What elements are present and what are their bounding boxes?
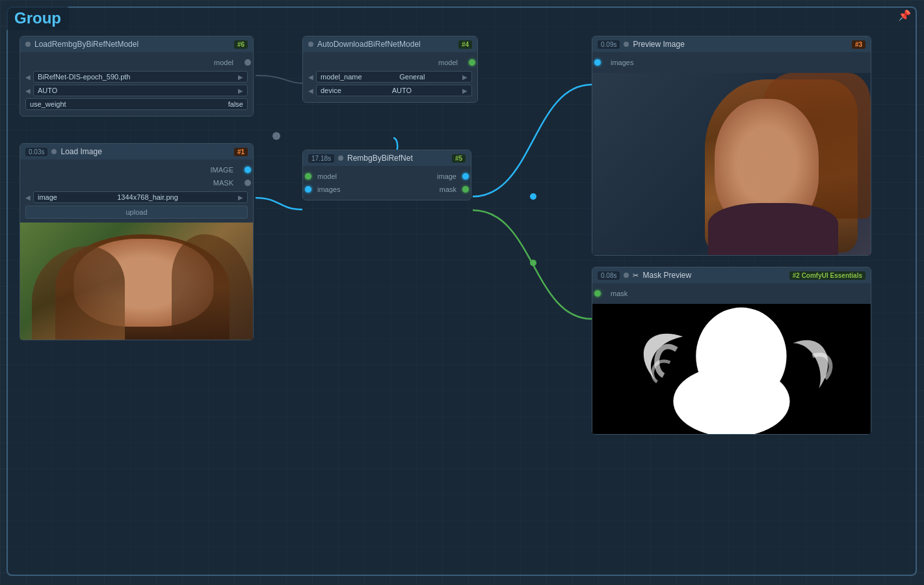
model-field: ◀ BiRefNet-DIS-epoch_590.pth ▶ [25,71,248,83]
node-load-image-header: 0.03s Load Image #1 [20,144,253,159]
node-load-rembg[interactable]: LoadRembgByBiRefNetModel #6 model ◀ BiRe… [20,36,254,116]
upload-button[interactable]: upload [25,206,248,219]
node-dot-5 [624,42,629,47]
wire-dot-1 [272,132,280,140]
model-output-row: model [25,56,248,69]
image-left-arrow[interactable]: ◀ [25,194,31,201]
node-dot-3 [51,149,57,154]
model-output-label: model [214,59,233,66]
node-rembg-header: 17.18s RembgByBiRefNet #5 [303,150,471,166]
model-name-field: ◀ model_name General ▶ [308,71,472,83]
node-mask-body: mask [592,283,871,304]
hair-strand-right [172,234,253,340]
auto-device-left-arrow[interactable]: ◀ [308,87,313,94]
mask-output-port[interactable] [244,180,251,186]
image-output-row: IMAGE [25,163,248,176]
mask-input-port[interactable] [594,290,601,297]
model-name-value[interactable]: model_name General ▶ [316,71,472,83]
mask-time: 0.08s [598,271,620,280]
node-preview-body: images [592,52,871,73]
model-name-right-arrow[interactable]: ▶ [462,74,468,81]
auto-device-value[interactable]: device AUTO ▶ [316,85,472,96]
image-field: ◀ image 1344x768_hair.png ▶ [25,191,248,203]
node-rembg-body: model image images mask [303,166,471,200]
auto-model-output-row: model [308,56,472,69]
wire-dot-3 [530,260,536,266]
use-weight-field: use_weight false [25,98,248,110]
load-image-time: 0.03s [25,148,47,156]
rembg-time: 17.18s [308,154,334,163]
node-mask-badge: #2 ComfyUI Essentials [789,271,865,280]
rembg-images-input-label: images [317,185,340,193]
node-auto-download-header: AutoDownloadBiRefNetModel #4 [303,36,477,52]
node-rembg[interactable]: 17.18s RembgByBiRefNet #5 model image im… [302,150,471,200]
preview-images-row: images [598,56,865,69]
load-image-thumbnail [20,223,253,340]
rembg-model-input-port[interactable] [305,173,311,180]
hair-strand-left [32,246,125,340]
node-load-rembg-header: LoadRembgByBiRefNetModel #6 [20,36,253,52]
model-right-arrow[interactable]: ▶ [238,74,243,81]
model-left-arrow[interactable]: ◀ [25,74,31,81]
auto-device-field: ◀ device AUTO ▶ [308,85,472,96]
node-auto-download-title: AutoDownloadBiRefNetModel [308,40,421,49]
preview-images-port[interactable] [594,59,601,66]
node-auto-download-body: model ◀ model_name General ▶ ◀ device AU… [303,52,477,102]
node-load-image[interactable]: 0.03s Load Image #1 IMAGE MASK ◀ image [20,143,254,340]
rembg-image-output-label: image [437,172,456,180]
mask-input-label: mask [611,290,627,297]
rembg-model-row: model image [308,170,466,183]
node-auto-download[interactable]: AutoDownloadBiRefNetModel #4 model ◀ mod… [302,36,478,103]
model-output-port[interactable] [244,59,251,66]
mask-output-label: MASK [213,179,233,187]
svg-point-2 [696,307,786,404]
device-value[interactable]: AUTO ▶ [33,85,248,96]
image-output-port[interactable] [244,167,251,173]
node-dot [25,42,31,47]
node-preview-header: 0.09s Preview Image #3 [592,36,871,52]
device-right-arrow[interactable]: ▶ [238,87,243,94]
auto-device-right-arrow[interactable]: ▶ [462,87,468,94]
rembg-mask-output-port[interactable] [462,186,469,193]
image-value[interactable]: image 1344x768_hair.png ▶ [33,191,248,203]
node-preview-image[interactable]: 0.09s Preview Image #3 images [592,36,871,256]
device-field: ◀ AUTO ▶ [25,85,248,96]
node-mask-preview[interactable]: 0.08s ✂ Mask Preview #2 ComfyUI Essentia… [592,267,871,435]
rembg-image-output-port[interactable] [462,173,469,180]
rembg-model-input-label: model [317,172,337,180]
use-weight-value[interactable]: use_weight false [25,98,248,110]
preview-body [708,203,838,255]
node-load-image-badge: #1 [234,148,248,156]
mask-silhouette-svg [592,304,871,434]
mask-image-container [592,304,871,434]
node-load-rembg-body: model ◀ BiRefNet-DIS-epoch_590.pth ▶ ◀ A… [20,52,253,116]
main-canvas: Group 📌 LoadRembgByBiRefNetModel #6 mode… [0,0,924,585]
preview-time: 0.09s [598,40,620,49]
rembg-mask-output-label: mask [440,185,456,193]
rembg-images-input-port[interactable] [305,186,311,193]
node-load-rembg-badge: #6 [234,40,248,49]
node-rembg-badge: #5 [452,154,466,163]
rembg-images-row: images mask [308,183,466,196]
mask-output-row: MASK [25,176,248,189]
image-output-label: IMAGE [211,166,233,174]
auto-model-output-label: model [438,59,458,66]
node-dot-4 [338,156,343,161]
preview-portrait-container [592,73,871,255]
preview-images-label: images [611,59,633,66]
node-preview-badge: #3 [852,40,865,49]
wire-dot-2 [530,193,536,200]
mask-icon: ✂ [633,271,639,280]
auto-model-output-port[interactable] [469,59,475,66]
node-load-rembg-title: LoadRembgByBiRefNetModel [25,40,139,49]
mask-input-row: mask [598,287,865,300]
image-right-arrow[interactable]: ▶ [238,194,243,201]
pin-icon: 📌 [898,9,911,21]
model-value[interactable]: BiRefNet-DIS-epoch_590.pth ▶ [33,71,248,83]
node-dot-6 [624,273,629,278]
model-name-left-arrow[interactable]: ◀ [308,74,313,81]
node-mask-header: 0.08s ✂ Mask Preview #2 ComfyUI Essentia… [592,267,871,283]
device-left-arrow[interactable]: ◀ [25,87,31,94]
node-load-image-body: IMAGE MASK ◀ image 1344x768_hair.png ▶ u… [20,159,253,223]
node-dot-2 [308,42,313,47]
